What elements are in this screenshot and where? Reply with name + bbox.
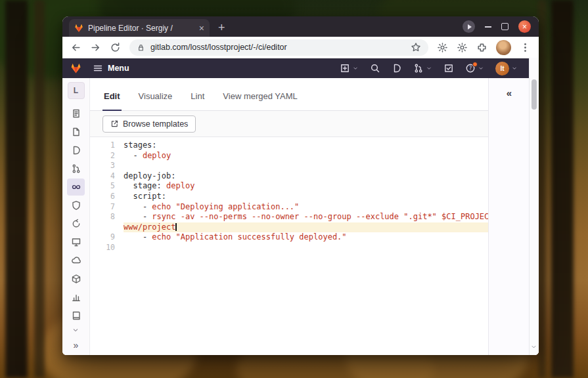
desktop-background: Pipeline Editor · Sergiy / × + × gitlab.…	[0, 0, 588, 378]
code-line[interactable]: 9 - echo "Application successfully deplo…	[90, 232, 488, 243]
sidebar-item-issues[interactable]	[67, 142, 85, 159]
back-button[interactable]	[70, 42, 81, 53]
sidebar-item-deployments[interactable]	[67, 215, 85, 232]
extension-icon-2[interactable]	[457, 42, 468, 53]
browser-titlebar[interactable]: Pipeline Editor · Sergiy / × + ×	[62, 16, 539, 37]
tree-trunk	[538, 0, 546, 378]
gitlab-logo-icon[interactable]	[70, 63, 81, 74]
project-avatar[interactable]: L	[68, 82, 85, 99]
chevron-down-icon	[478, 65, 484, 72]
help-dropdown[interactable]: ?	[465, 63, 484, 74]
browser-tab[interactable]: Pipeline Editor · Sergiy / ×	[69, 19, 210, 37]
sidebar-item-merge-requests[interactable]	[67, 160, 85, 177]
profile-avatar[interactable]	[496, 40, 511, 55]
pipeline-editor-tabs: EditVisualizeLintView merged YAML	[90, 78, 488, 111]
sidebar-more-icon[interactable]	[72, 326, 79, 334]
url-text[interactable]: gitlab.com/losst/losstproject/-/ci/edito…	[150, 43, 405, 52]
expand-sidebar-button[interactable]: »	[70, 340, 83, 350]
sidebar-item-monitor[interactable]	[67, 234, 85, 251]
notification-dot	[472, 62, 478, 67]
tab-visualize[interactable]: Visualize	[137, 91, 174, 110]
infrastructure-icon	[71, 255, 81, 266]
tab-view-merged-yaml[interactable]: View merged YAML	[221, 91, 298, 110]
code-line[interactable]: 7 - echo "Deploying application..."	[90, 202, 488, 213]
project-sidebar: L »	[62, 78, 90, 355]
code-line[interactable]: 10	[90, 243, 488, 253]
extension-icon-1[interactable]	[437, 42, 448, 53]
code-line[interactable]: 3	[90, 161, 488, 171]
code-line[interactable]: 6 script:	[90, 192, 488, 202]
sidebar-item-packages-registries[interactable]	[67, 270, 85, 287]
code-line[interactable]: www/project	[90, 222, 488, 233]
browser-toolbar: gitlab.com/losst/losstproject/-/ci/edito…	[62, 37, 539, 58]
tree-trunk	[34, 0, 45, 378]
extensions-puzzle-icon[interactable]	[476, 42, 487, 53]
sidebar-item-repository[interactable]	[67, 123, 85, 140]
minimize-icon	[485, 26, 491, 28]
svg-text:?: ?	[469, 66, 472, 72]
sidebar-item-project-information[interactable]	[67, 105, 85, 122]
hamburger-icon	[93, 63, 103, 74]
search-icon[interactable]	[370, 63, 380, 74]
pipeline-editor: EditVisualizeLintView merged YAML Browse…	[90, 78, 488, 355]
line-number: 2	[90, 151, 124, 161]
page-scrollbar[interactable]	[529, 58, 539, 355]
code-line[interactable]: 1stages:	[90, 140, 488, 151]
sidebar-item-ci-cd[interactable]	[67, 178, 85, 196]
reload-button[interactable]	[110, 42, 121, 53]
tab-close-icon[interactable]: ×	[199, 24, 204, 33]
text-cursor	[175, 223, 177, 231]
url-bar[interactable]: gitlab.com/losst/losstproject/-/ci/edito…	[129, 39, 428, 56]
collapse-drawer-button[interactable]: «	[500, 84, 518, 101]
bookmark-star-icon[interactable]	[411, 42, 421, 52]
scrollbar-thumb[interactable]	[531, 79, 537, 110]
sidebar-item-infrastructure[interactable]	[67, 252, 85, 269]
maximize-icon	[501, 23, 509, 30]
code-line[interactable]: 4deploy-job:	[90, 171, 488, 182]
code-line[interactable]: 2 - deploy	[90, 151, 488, 161]
issues-icon[interactable]	[392, 63, 402, 74]
code-line[interactable]: 5 stage: deploy	[90, 181, 488, 192]
close-button[interactable]: ×	[518, 20, 531, 33]
browse-templates-button[interactable]: Browse templates	[102, 116, 196, 133]
tree-trunk	[5, 0, 28, 378]
minimize-button[interactable]	[485, 26, 491, 28]
user-avatar: lt	[495, 62, 509, 75]
repository-icon	[71, 127, 81, 137]
tab-lint[interactable]: Lint	[189, 91, 206, 110]
scroll-down-icon[interactable]	[530, 343, 537, 350]
code-editor[interactable]: 1stages:2 - deploy34deploy-job:5 stage: …	[90, 137, 488, 355]
browser-menu-icon[interactable]	[520, 42, 531, 53]
chevron-down-icon	[511, 65, 518, 72]
line-number: 6	[90, 192, 124, 202]
new-tab-button[interactable]: +	[218, 22, 225, 33]
lock-icon	[137, 43, 145, 52]
media-control-button[interactable]	[463, 20, 475, 33]
external-link-icon	[110, 119, 119, 128]
tab-edit[interactable]: Edit	[102, 91, 122, 110]
sidebar-item-security-compliance[interactable]	[67, 197, 85, 214]
forward-button[interactable]	[90, 42, 101, 53]
todos-icon[interactable]	[443, 63, 454, 74]
project-sidebar-items	[67, 105, 85, 324]
line-number	[90, 222, 124, 233]
code-line[interactable]: 8 - rsync -av --no-perms --no-owner --no…	[90, 212, 488, 222]
browser-window: Pipeline Editor · Sergiy / × + × gitlab.…	[62, 16, 539, 355]
project-information-icon	[71, 108, 81, 119]
line-number: 5	[90, 181, 124, 192]
window-controls: ×	[463, 16, 531, 37]
maximize-button[interactable]	[501, 23, 509, 30]
security-compliance-icon	[71, 200, 81, 211]
analytics-icon	[71, 292, 81, 303]
new-dropdown[interactable]	[340, 63, 359, 74]
packages-registries-icon	[71, 274, 81, 284]
merge-requests-dropdown[interactable]	[413, 63, 432, 74]
sidebar-item-wiki[interactable]	[67, 307, 85, 324]
menu-label: Menu	[108, 64, 129, 73]
line-number: 4	[90, 171, 124, 182]
user-dropdown[interactable]: lt	[495, 62, 518, 75]
sidebar-item-analytics[interactable]	[67, 289, 85, 306]
menu-button[interactable]: Menu	[89, 62, 133, 74]
line-number: 9	[90, 232, 124, 243]
chevron-down-icon	[352, 65, 359, 72]
